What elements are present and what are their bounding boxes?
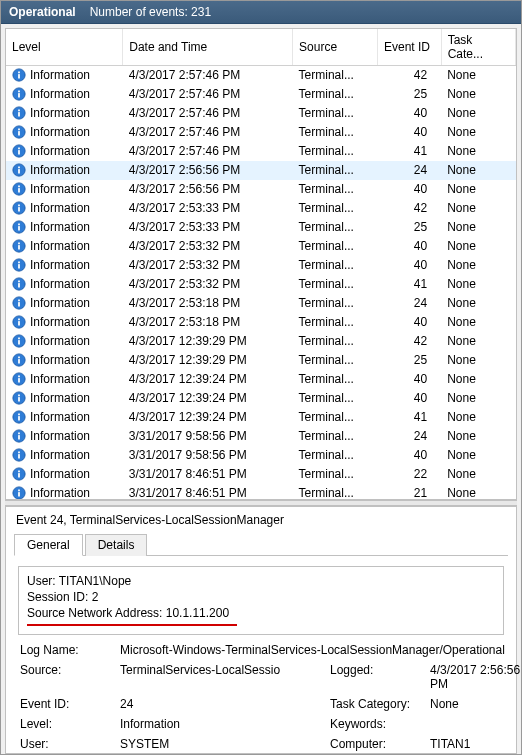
table-row[interactable]: Information4/3/2017 2:57:46 PMTerminal..… — [6, 142, 516, 161]
cell-eventid: 41 — [377, 275, 441, 294]
svg-rect-5 — [18, 91, 20, 93]
level-text: Information — [30, 125, 90, 139]
content-area: Level Date and Time Source Event ID Task… — [1, 24, 521, 755]
svg-rect-31 — [18, 264, 20, 268]
table-row[interactable]: Information4/3/2017 2:53:32 PMTerminal..… — [6, 275, 516, 294]
col-eventid[interactable]: Event ID — [377, 29, 441, 66]
svg-rect-47 — [18, 357, 20, 359]
table-row[interactable]: Information4/3/2017 2:57:46 PMTerminal..… — [6, 66, 516, 85]
cell-date: 3/31/2017 8:46:51 PM — [123, 465, 293, 484]
cell-source: Terminal... — [293, 85, 378, 104]
info-icon — [12, 296, 26, 310]
cell-task: None — [441, 427, 515, 446]
svg-rect-20 — [18, 186, 20, 188]
value-user: SYSTEM — [120, 737, 330, 751]
table-row[interactable]: Information4/3/2017 2:57:46 PMTerminal..… — [6, 104, 516, 123]
session-line: Session ID: 2 — [27, 589, 495, 605]
col-source[interactable]: Source — [293, 29, 378, 66]
cell-task: None — [441, 484, 515, 501]
level-text: Information — [30, 410, 90, 424]
svg-rect-11 — [18, 129, 20, 131]
cell-task: None — [441, 465, 515, 484]
tab-general[interactable]: General — [14, 534, 83, 556]
cell-source: Terminal... — [293, 199, 378, 218]
info-icon — [12, 87, 26, 101]
table-row[interactable]: Information4/3/2017 2:53:32 PMTerminal..… — [6, 256, 516, 275]
cell-eventid: 42 — [377, 332, 441, 351]
info-icon — [12, 144, 26, 158]
info-icon — [12, 258, 26, 272]
level-text: Information — [30, 448, 90, 462]
info-icon — [12, 391, 26, 405]
info-icon — [12, 486, 26, 500]
value-keywords — [430, 717, 522, 731]
cell-source: Terminal... — [293, 66, 378, 85]
level-text: Information — [30, 372, 90, 386]
col-taskcat[interactable]: Task Cate... — [441, 29, 515, 66]
level-text: Information — [30, 220, 90, 234]
cell-task: None — [441, 446, 515, 465]
table-row[interactable]: Information4/3/2017 12:39:29 PMTerminal.… — [6, 332, 516, 351]
table-row[interactable]: Information3/31/2017 8:46:51 PMTerminal.… — [6, 484, 516, 501]
svg-rect-50 — [18, 376, 20, 378]
col-level[interactable]: Level — [6, 29, 123, 66]
level-text: Information — [30, 106, 90, 120]
table-row[interactable]: Information3/31/2017 9:58:56 PMTerminal.… — [6, 427, 516, 446]
cell-date: 4/3/2017 12:39:29 PM — [123, 332, 293, 351]
table-row[interactable]: Information4/3/2017 2:53:32 PMTerminal..… — [6, 237, 516, 256]
svg-rect-65 — [18, 471, 20, 473]
cell-source: Terminal... — [293, 332, 378, 351]
svg-rect-1 — [18, 74, 20, 78]
cell-task: None — [441, 237, 515, 256]
cell-task: None — [441, 123, 515, 142]
cell-date: 4/3/2017 2:56:56 PM — [123, 161, 293, 180]
cell-eventid: 40 — [377, 446, 441, 465]
svg-rect-62 — [18, 452, 20, 454]
cell-source: Terminal... — [293, 389, 378, 408]
table-row[interactable]: Information4/3/2017 12:39:24 PMTerminal.… — [6, 370, 516, 389]
cell-task: None — [441, 218, 515, 237]
cell-source: Terminal... — [293, 408, 378, 427]
table-row[interactable]: Information4/3/2017 2:53:18 PMTerminal..… — [6, 294, 516, 313]
table-row[interactable]: Information4/3/2017 2:57:46 PMTerminal..… — [6, 123, 516, 142]
table-row[interactable]: Information4/3/2017 2:57:46 PMTerminal..… — [6, 85, 516, 104]
svg-rect-35 — [18, 281, 20, 283]
cell-task: None — [441, 332, 515, 351]
table-row[interactable]: Information4/3/2017 12:39:29 PMTerminal.… — [6, 351, 516, 370]
cell-date: 4/3/2017 2:53:18 PM — [123, 294, 293, 313]
cell-source: Terminal... — [293, 446, 378, 465]
cell-source: Terminal... — [293, 294, 378, 313]
cell-eventid: 40 — [377, 123, 441, 142]
table-row[interactable]: Information4/3/2017 12:39:24 PMTerminal.… — [6, 408, 516, 427]
table-row[interactable]: Information4/3/2017 12:39:24 PMTerminal.… — [6, 389, 516, 408]
cell-date: 3/31/2017 9:58:56 PM — [123, 446, 293, 465]
level-text: Information — [30, 239, 90, 253]
info-icon — [12, 163, 26, 177]
cell-date: 4/3/2017 2:53:32 PM — [123, 256, 293, 275]
col-date[interactable]: Date and Time — [123, 29, 293, 66]
label-taskcat: Task Category: — [330, 697, 430, 711]
table-row[interactable]: Information4/3/2017 2:53:33 PMTerminal..… — [6, 218, 516, 237]
table-row[interactable]: Information4/3/2017 2:53:33 PMTerminal..… — [6, 199, 516, 218]
info-icon — [12, 353, 26, 367]
info-icon — [12, 467, 26, 481]
table-row[interactable]: Information3/31/2017 9:58:56 PMTerminal.… — [6, 446, 516, 465]
table-row[interactable]: Information4/3/2017 2:56:56 PMTerminal..… — [6, 180, 516, 199]
label-source: Source: — [20, 663, 120, 691]
table-row[interactable]: Information4/3/2017 2:53:18 PMTerminal..… — [6, 313, 516, 332]
cell-task: None — [441, 351, 515, 370]
table-row[interactable]: Information4/3/2017 2:56:56 PMTerminal..… — [6, 161, 516, 180]
level-text: Information — [30, 467, 90, 481]
tab-details[interactable]: Details — [85, 534, 148, 556]
info-icon — [12, 448, 26, 462]
cell-source: Terminal... — [293, 104, 378, 123]
cell-date: 3/31/2017 9:58:56 PM — [123, 427, 293, 446]
cell-eventid: 41 — [377, 408, 441, 427]
svg-rect-38 — [18, 300, 20, 302]
table-header-row[interactable]: Level Date and Time Source Event ID Task… — [6, 29, 516, 66]
cell-eventid: 40 — [377, 256, 441, 275]
table-row[interactable]: Information3/31/2017 8:46:51 PMTerminal.… — [6, 465, 516, 484]
event-table[interactable]: Level Date and Time Source Event ID Task… — [6, 29, 516, 500]
info-icon — [12, 334, 26, 348]
level-text: Information — [30, 315, 90, 329]
